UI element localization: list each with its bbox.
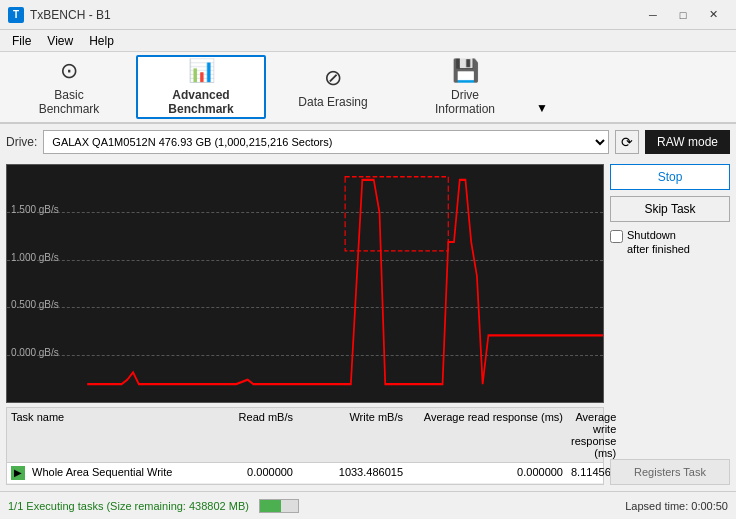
performance-chart: 1.500 gB/s 1.000 gB/s 0.500 gB/s 0.000 g… [6, 164, 604, 403]
window-controls: ─ □ ✕ [638, 5, 728, 25]
shutdown-checkbox[interactable] [610, 230, 623, 243]
statusbar: 1/1 Executing tasks (Size remaining: 438… [0, 491, 736, 519]
app-icon: T [8, 7, 24, 23]
main-content: Drive: GALAX QA1M0512N 476.93 GB (1,000,… [0, 124, 736, 491]
toolbar-basic-benchmark[interactable]: ⊙ Basic Benchmark [4, 55, 134, 119]
shutdown-label: Shutdown after finished [627, 228, 690, 257]
data-erasing-label: Data Erasing [298, 95, 367, 109]
chart-container: 1.500 gB/s 1.000 gB/s 0.500 gB/s 0.000 g… [6, 164, 604, 485]
menu-file[interactable]: File [4, 32, 39, 50]
maximize-button[interactable]: □ [668, 5, 698, 25]
task-avg-read: 0.000000 [411, 466, 571, 480]
header-avg-read: Average read response (ms) [411, 411, 571, 459]
raw-mode-button[interactable]: RAW mode [645, 130, 730, 154]
chart-svg [7, 165, 603, 402]
status-text: 1/1 Executing tasks (Size remaining: 438… [8, 500, 249, 512]
registers-task-button[interactable]: Registers Task [610, 459, 730, 485]
menu-view[interactable]: View [39, 32, 81, 50]
close-button[interactable]: ✕ [698, 5, 728, 25]
drive-information-label: Drive Information [435, 88, 495, 117]
status-time: Lapsed time: 0:00:50 [625, 500, 728, 512]
data-erasing-icon: ⊘ [324, 65, 342, 91]
task-name: ▶ Whole Area Sequential Write [11, 466, 191, 480]
refresh-button[interactable]: ⟳ [615, 130, 639, 154]
content-area: 1.500 gB/s 1.000 gB/s 0.500 gB/s 0.000 g… [6, 164, 730, 485]
toolbar-data-erasing[interactable]: ⊘ Data Erasing [268, 55, 398, 119]
menu-help[interactable]: Help [81, 32, 122, 50]
advanced-benchmark-icon: 📊 [188, 58, 215, 84]
minimize-button[interactable]: ─ [638, 5, 668, 25]
titlebar: T TxBENCH - B1 ─ □ ✕ [0, 0, 736, 30]
toolbar-drive-information[interactable]: 💾 Drive Information [400, 55, 530, 119]
basic-benchmark-icon: ⊙ [60, 58, 78, 84]
header-read: Read mB/s [191, 411, 301, 459]
status-progress-fill [260, 500, 281, 512]
drive-label: Drive: [6, 135, 37, 149]
drive-row: Drive: GALAX QA1M0512N 476.93 GB (1,000,… [6, 130, 730, 154]
drive-select[interactable]: GALAX QA1M0512N 476.93 GB (1,000,215,216… [43, 130, 609, 154]
task-read: 0.000000 [191, 466, 301, 480]
right-panel: Stop Skip Task Shutdown after finished R… [610, 164, 730, 485]
task-icon: ▶ [11, 466, 25, 480]
header-task: Task name [11, 411, 191, 459]
status-progress-bar [259, 499, 299, 513]
basic-benchmark-label: Basic Benchmark [39, 88, 100, 117]
toolbar: ⊙ Basic Benchmark 📊 Advanced Benchmark ⊘… [0, 52, 736, 124]
drive-information-icon: 💾 [452, 58, 479, 84]
menubar: File View Help [0, 30, 736, 52]
shutdown-checkbox-row: Shutdown after finished [610, 228, 730, 257]
advanced-benchmark-label: Advanced Benchmark [168, 88, 233, 117]
toolbar-advanced-benchmark[interactable]: 📊 Advanced Benchmark [136, 55, 266, 119]
table-row[interactable]: ▶ Whole Area Sequential Write 0.000000 1… [7, 463, 603, 484]
task-write: 1033.486015 [301, 466, 411, 480]
stop-button[interactable]: Stop [610, 164, 730, 190]
table-header: Task name Read mB/s Write mB/s Average r… [7, 408, 603, 463]
header-write: Write mB/s [301, 411, 411, 459]
task-table: Task name Read mB/s Write mB/s Average r… [6, 407, 604, 485]
skip-task-button[interactable]: Skip Task [610, 196, 730, 222]
toolbar-dropdown-arrow[interactable]: ▼ [532, 55, 552, 119]
title-text: TxBENCH - B1 [30, 8, 638, 22]
